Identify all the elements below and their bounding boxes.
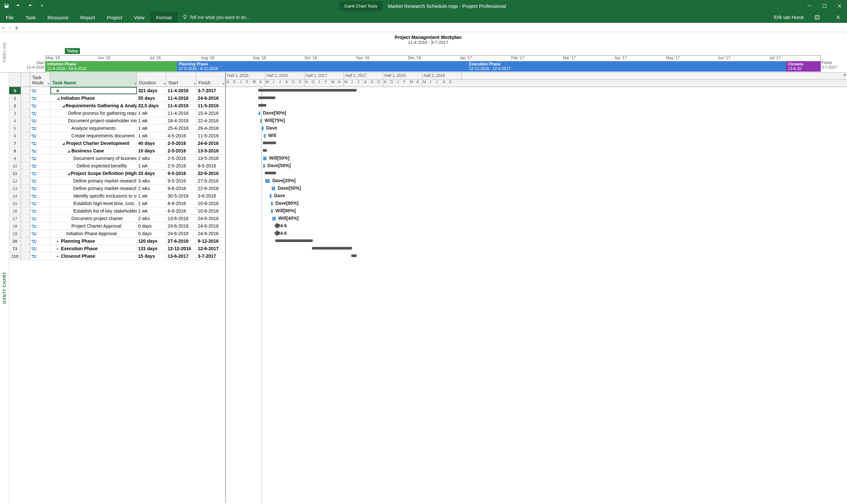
undo-button[interactable] xyxy=(14,2,22,10)
finish-column[interactable]: Finish▾ xyxy=(196,73,225,87)
indicators-column[interactable] xyxy=(21,73,30,87)
task-bar[interactable] xyxy=(271,202,273,205)
duration-cell[interactable]: 22,5 days xyxy=(137,102,166,109)
row-id[interactable]: 16 xyxy=(9,208,21,215)
table-row[interactable]: 17Document project charter2 wks13-6-2016… xyxy=(9,215,225,222)
task-mode-icon[interactable] xyxy=(30,110,50,117)
duration-cell[interactable]: 0 days xyxy=(137,230,166,237)
table-row[interactable]: 0s321 days11-4-20163-7-2017 xyxy=(9,87,225,94)
gantt-row[interactable] xyxy=(226,237,847,245)
start-cell[interactable]: 6-6-2016 xyxy=(166,208,196,215)
gantt-row[interactable]: Dave[50%] xyxy=(226,185,847,192)
duration-cell[interactable]: 1 wk xyxy=(137,200,166,207)
tab-resource[interactable]: Resource xyxy=(41,12,74,23)
start-cell[interactable]: 13-6-2017 xyxy=(166,252,196,260)
start-cell[interactable]: 6-6-2016 xyxy=(166,200,196,207)
gantt-row[interactable]: 24-6 xyxy=(226,222,847,230)
row-id[interactable]: 73 xyxy=(9,245,21,252)
row-id[interactable]: 2 xyxy=(9,102,21,109)
gantt-row[interactable]: Will[50%] xyxy=(226,155,847,162)
tell-me-box[interactable]: Tell me what you want to do... xyxy=(178,12,254,23)
duration-cell[interactable]: 1 wk xyxy=(137,132,166,139)
table-row[interactable]: 1◢Initiation Phase55 days11-4-201624-6-2… xyxy=(9,94,225,102)
dropdown-icon[interactable]: ▾ xyxy=(134,82,136,85)
finish-cell[interactable]: 22-4-2016 xyxy=(196,117,225,124)
finish-cell[interactable]: 22-6-2016 xyxy=(196,170,225,177)
row-id[interactable]: 9 xyxy=(9,155,21,162)
timeline-phase-bar[interactable] xyxy=(463,61,467,72)
start-cell[interactable]: 24-6-2016 xyxy=(166,222,196,230)
row-id[interactable]: 20 xyxy=(9,237,21,245)
task-bar[interactable] xyxy=(262,127,263,130)
duration-cell[interactable]: 2 wks xyxy=(137,155,166,162)
table-row[interactable]: 5Analyze requirements1 wk25-4-201629-4-2… xyxy=(9,125,225,132)
table-row[interactable]: 9Document summary of business pr2 wks2-5… xyxy=(9,155,225,162)
duration-cell[interactable]: 1 wk xyxy=(137,192,166,199)
close-button[interactable] xyxy=(832,0,847,12)
duration-cell[interactable]: 1 wk xyxy=(137,125,166,132)
finish-cell[interactable]: 3-7-2017 xyxy=(196,252,225,260)
start-cell[interactable]: 13-6-2016 xyxy=(166,215,196,222)
duration-cell[interactable]: 1 wk xyxy=(137,110,166,117)
task-name-cell[interactable]: ◢Requirements Gathering & Analysis xyxy=(50,102,137,109)
gantt-row[interactable] xyxy=(226,94,847,102)
start-cell[interactable]: 9-5-2016 xyxy=(166,177,196,184)
gantt-row[interactable]: Will[80%] xyxy=(226,208,847,215)
finish-cell[interactable]: 13-5-2016 xyxy=(196,147,225,155)
save-button[interactable] xyxy=(3,2,11,10)
timeline-bars[interactable]: Initiation Phase11-4-2016 - 24-6-2016Pla… xyxy=(45,61,821,72)
summary-bar[interactable] xyxy=(352,254,356,257)
task-mode-icon[interactable] xyxy=(30,222,50,230)
duration-cell[interactable]: 1 wk xyxy=(137,208,166,215)
task-name-cell[interactable]: Initiation Phase Approval xyxy=(50,230,137,237)
task-mode-icon[interactable] xyxy=(30,140,50,147)
task-mode-icon[interactable] xyxy=(30,132,50,139)
finish-cell[interactable]: 3-7-2017 xyxy=(196,87,225,94)
finish-cell[interactable]: 12-6-2017 xyxy=(196,245,225,252)
finish-cell[interactable]: 13-5-2016 xyxy=(196,155,225,162)
table-row[interactable]: 73▸Execution Phase131 days12-12-201612-6… xyxy=(9,245,225,252)
duration-cell[interactable]: 33 days xyxy=(137,170,166,177)
task-mode-column[interactable]: Task Mode▾ xyxy=(30,73,50,87)
task-name-cell[interactable]: Define primary market research de xyxy=(50,185,137,192)
task-name-cell[interactable]: ◢Initiation Phase xyxy=(50,94,137,102)
task-mode-icon[interactable] xyxy=(30,245,50,252)
timeline-phase-bar[interactable]: Planning Phase27-6-2016 - 9-12-2016 xyxy=(177,61,463,72)
start-cell[interactable]: 2-5-2016 xyxy=(166,162,196,169)
finish-cell[interactable]: 22-6-2016 xyxy=(196,185,225,192)
row-id[interactable]: 7 xyxy=(9,140,21,147)
task-name-column[interactable]: Task Name▾ xyxy=(50,73,137,87)
summary-bar[interactable] xyxy=(259,89,356,92)
timeline-phase-bar[interactable]: Closeou13-6-20 xyxy=(786,61,821,72)
task-mode-icon[interactable] xyxy=(30,94,50,102)
gantt-row[interactable]: Will xyxy=(226,132,847,140)
row-id[interactable]: 0 xyxy=(9,87,21,94)
duration-cell[interactable]: 40 days xyxy=(137,140,166,147)
task-name-cell[interactable]: s xyxy=(50,87,137,94)
start-cell[interactable]: 2-5-2016 xyxy=(166,147,196,155)
gantt-row[interactable] xyxy=(226,170,847,177)
finish-cell[interactable]: 24-6-2016 xyxy=(196,230,225,237)
table-row[interactable]: 15Establish high-level time, cost, and r… xyxy=(9,200,225,208)
table-row[interactable]: 110▸Closeout Phase15 days13-6-20173-7-20… xyxy=(9,252,225,260)
finish-cell[interactable]: 24-6-2016 xyxy=(196,94,225,102)
gantt-row[interactable]: Dave[50%] xyxy=(226,162,847,170)
start-cell[interactable]: 2-5-2016 xyxy=(166,140,196,147)
task-mode-icon[interactable] xyxy=(30,147,50,155)
table-row[interactable]: 14Identify specific exclusions to scop1 … xyxy=(9,192,225,200)
duration-cell[interactable]: 131 days xyxy=(137,245,166,252)
task-mode-icon[interactable] xyxy=(30,237,50,245)
finish-cell[interactable]: 11-5-2016 xyxy=(196,102,225,109)
task-name-cell[interactable]: ◢Project Scope Definition (High Leve xyxy=(50,170,137,177)
table-row[interactable]: 7◢Project Charter Development40 days2-5-… xyxy=(9,140,225,147)
timeline-phase-bar[interactable]: Initiation Phase11-4-2016 - 24-6-2016 xyxy=(45,61,177,72)
minimize-button[interactable] xyxy=(802,0,817,12)
start-cell[interactable]: 2-5-2016 xyxy=(166,155,196,162)
dropdown-icon[interactable]: ▾ xyxy=(48,82,49,85)
gantt-row[interactable]: Dave[80%] xyxy=(226,200,847,208)
table-row[interactable]: 16Establish list of key stakeholders1 wk… xyxy=(9,208,225,215)
gantt-row[interactable] xyxy=(226,102,847,110)
row-id[interactable]: 15 xyxy=(9,200,21,207)
task-name-cell[interactable]: ◢Business Case xyxy=(50,147,137,155)
start-cell[interactable]: 9-5-2016 xyxy=(166,170,196,177)
